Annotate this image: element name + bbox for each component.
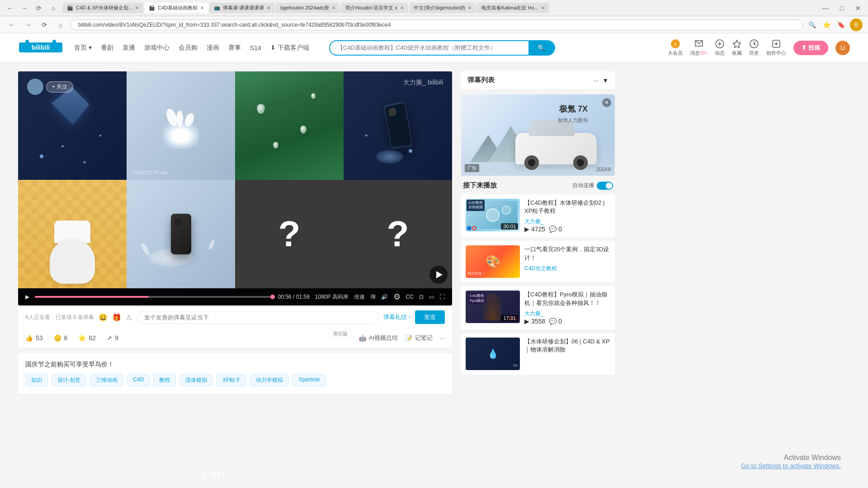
autoplay-toggle[interactable]: 自动连播 bbox=[572, 182, 613, 190]
nav-home[interactable]: 首页 ▾ bbox=[74, 44, 92, 52]
tag-tutorial[interactable]: 教程 bbox=[153, 374, 176, 386]
browser-tab-active[interactable]: 🎬 C4D基础动画教程 ✕ bbox=[144, 3, 208, 13]
ad-close-button[interactable]: ✕ bbox=[602, 98, 611, 107]
extension-3[interactable]: 🔖 bbox=[835, 19, 846, 30]
nav-s14[interactable]: S14 bbox=[250, 44, 261, 52]
tab-close-active[interactable]: ✕ bbox=[200, 5, 204, 10]
nav-game[interactable]: 游戏中心 bbox=[144, 44, 170, 52]
tag-fluid[interactable]: 流体模拟 bbox=[179, 374, 213, 386]
author-avatar[interactable] bbox=[27, 79, 43, 95]
ad-image[interactable]: 极氪 7X 智华人力图书 广告 ✕ ZEEKR bbox=[461, 94, 615, 176]
extension-2[interactable]: ⭐ bbox=[821, 19, 832, 30]
tag-xparticle[interactable]: Xparticle bbox=[292, 374, 326, 386]
more-button[interactable]: ··· bbox=[440, 335, 445, 342]
rec-video-3[interactable]: C4D教程Pyro模拟 🔴⭕ 17:31 【C4D教程】Pyro模拟｜抽油烟机｜… bbox=[461, 286, 615, 329]
autoplay-switch[interactable] bbox=[597, 182, 613, 190]
maximize-button[interactable]: □ bbox=[835, 3, 848, 14]
gift-icon[interactable]: 🎁 bbox=[112, 313, 121, 322]
tab-close-3[interactable]: ✕ bbox=[267, 5, 270, 10]
browser-tab[interactable]: 🎬 C4D & XP水体研修企划... ✕ bbox=[62, 3, 143, 13]
play-triangle-icon bbox=[436, 271, 443, 278]
tag-3d[interactable]: 三维动画 bbox=[90, 374, 123, 386]
rec-video-4[interactable]: 💧 06 【水体研修企划】06 | C4D & XP｜物体溶解消散 bbox=[461, 333, 615, 375]
rec-video-1[interactable]: C4D教程水珠碰撞 🔵⭕ 30:01 【C4D教程】水体研修企划02 | XP粒… bbox=[461, 194, 615, 237]
tag-design[interactable]: 设计·创意 bbox=[52, 374, 86, 386]
speed-selector[interactable]: 倍速 bbox=[354, 293, 365, 301]
send-barrage-button[interactable]: 发送 bbox=[415, 310, 445, 324]
address-input[interactable]: bilibili.com/video/BV1oNsQeZEUD/?spm_id_… bbox=[71, 19, 803, 30]
theater-mode-button[interactable]: ▭ bbox=[429, 294, 434, 300]
barrage-etiquette-link[interactable]: 弹幕礼仪 › bbox=[383, 313, 410, 321]
note-button[interactable]: 📝 记笔记 bbox=[405, 334, 433, 342]
warning-icon[interactable]: ⚠ bbox=[126, 313, 132, 322]
browser-tab-4[interactable]: bgehoubin 2024adc按 ✕ bbox=[276, 3, 340, 13]
create-icon[interactable]: 创作中心 bbox=[766, 39, 786, 56]
dynamic-icon[interactable]: 动态 bbox=[715, 39, 725, 56]
rec-meta-3: 大力撕_ bbox=[524, 310, 610, 318]
upload-button[interactable]: ⬆ 投稿 bbox=[793, 41, 828, 55]
fullscreen-button[interactable]: ⛶ bbox=[439, 294, 445, 300]
settings-button[interactable]: ⚙ bbox=[393, 292, 401, 302]
forward-button[interactable]: → bbox=[18, 3, 31, 14]
minimize-button[interactable]: — bbox=[819, 3, 832, 14]
progress-bar[interactable] bbox=[35, 296, 273, 298]
nav-live[interactable]: 直播 bbox=[123, 44, 135, 52]
follow-button[interactable]: + 关注 bbox=[46, 81, 73, 93]
like-button[interactable]: 👍 53 bbox=[25, 334, 43, 342]
site-logo[interactable]: bilibili bbox=[18, 39, 63, 57]
collect-icon[interactable]: 收藏 bbox=[732, 39, 742, 56]
rec-video-2[interactable]: 🎨 我也能做！ 一口气看完20个案例，搞定3D设计！ C4D光之教程 bbox=[461, 241, 615, 282]
tag-xp[interactable]: XP粒子 bbox=[217, 374, 246, 386]
subtitles-button[interactable]: CC bbox=[406, 294, 414, 300]
search-button[interactable]: 🔍 bbox=[528, 41, 554, 55]
nav-anime[interactable]: 番剧 bbox=[101, 44, 113, 52]
barrage-input[interactable] bbox=[137, 311, 379, 324]
nav-esports[interactable]: 赛事 bbox=[228, 44, 241, 52]
play-pause-button[interactable]: ▶ bbox=[25, 294, 29, 300]
browser-tab-3[interactable]: 📺 弹幕课·课课课课课 ✕ bbox=[209, 3, 275, 13]
nav-download[interactable]: ⬇ 下载客户端 bbox=[270, 44, 309, 52]
danmaku-dots[interactable]: ··· bbox=[593, 77, 599, 84]
mini-player-button[interactable]: ⊡ bbox=[419, 294, 424, 300]
tag-knowledge[interactable]: 知识 bbox=[25, 374, 48, 386]
browser-tab-5[interactable]: 简介Houdini 语言学文 x ✕ bbox=[341, 3, 408, 13]
ai-summary-button[interactable]: 🤖 AI视频总结 bbox=[359, 334, 398, 342]
nav-manga[interactable]: 漫画 bbox=[207, 44, 219, 52]
activate-link[interactable]: Go to Settings to activate Windows. bbox=[741, 462, 841, 469]
user-avatar[interactable]: U bbox=[835, 41, 850, 55]
volume-button[interactable]: 🔊 bbox=[381, 294, 388, 300]
danmaku-expand-icon[interactable]: ▼ bbox=[602, 77, 609, 84]
star-button[interactable]: ⭐ 62 bbox=[78, 334, 96, 342]
tab-close-4[interactable]: ✕ bbox=[332, 5, 335, 10]
browser-tab-7[interactable]: 电竞装备Kalima在设 Ho... ✕ bbox=[477, 3, 549, 13]
refresh-button[interactable]: ⟳ bbox=[33, 3, 45, 14]
tag-c4d[interactable]: C4D bbox=[127, 374, 150, 386]
nav-vip[interactable]: 会员购 bbox=[179, 44, 198, 52]
tab-close-6[interactable]: ✕ bbox=[468, 5, 472, 10]
nav-refresh[interactable]: ⟳ bbox=[38, 19, 51, 30]
tab-close-5[interactable]: ✕ bbox=[400, 5, 404, 10]
watching-count: 6人正在看，已装填 0 条弹幕 bbox=[25, 314, 94, 321]
vip-icon[interactable]: V 大会员 bbox=[668, 39, 683, 56]
profile-avatar[interactable]: B bbox=[850, 19, 863, 31]
danmaku-toggle[interactable]: 弾 bbox=[370, 293, 376, 301]
nav-home[interactable]: ⌂ bbox=[54, 19, 67, 30]
nav-forward[interactable]: → bbox=[22, 19, 34, 30]
back-button[interactable]: ← bbox=[4, 3, 16, 14]
tab-close[interactable]: ✕ bbox=[135, 5, 139, 10]
tab-close-7[interactable]: ✕ bbox=[541, 5, 545, 10]
search-input[interactable] bbox=[330, 42, 528, 54]
history-icon[interactable]: 历史 bbox=[749, 39, 759, 56]
coin-button[interactable]: 🪙 6 bbox=[54, 334, 68, 342]
quality-selector[interactable]: 1080P 高码率 bbox=[315, 293, 349, 301]
emoji-icon[interactable]: 😀 bbox=[99, 313, 108, 322]
play-overlay-button[interactable] bbox=[429, 266, 448, 284]
home-button[interactable]: ⌂ bbox=[47, 3, 60, 14]
browser-tab-6[interactable]: 中文(简介)bgehoubin的 ✕ bbox=[409, 3, 476, 13]
nav-back[interactable]: ← bbox=[5, 19, 18, 30]
extension-1[interactable]: 🔍 bbox=[807, 19, 817, 30]
message-icon[interactable]: 消息99+ bbox=[690, 39, 708, 56]
close-window-button[interactable]: ✕ bbox=[852, 3, 864, 14]
share-button[interactable]: ↗ 9 bbox=[107, 334, 118, 342]
tag-dynamics[interactable]: 动力学模拟 bbox=[250, 374, 289, 386]
